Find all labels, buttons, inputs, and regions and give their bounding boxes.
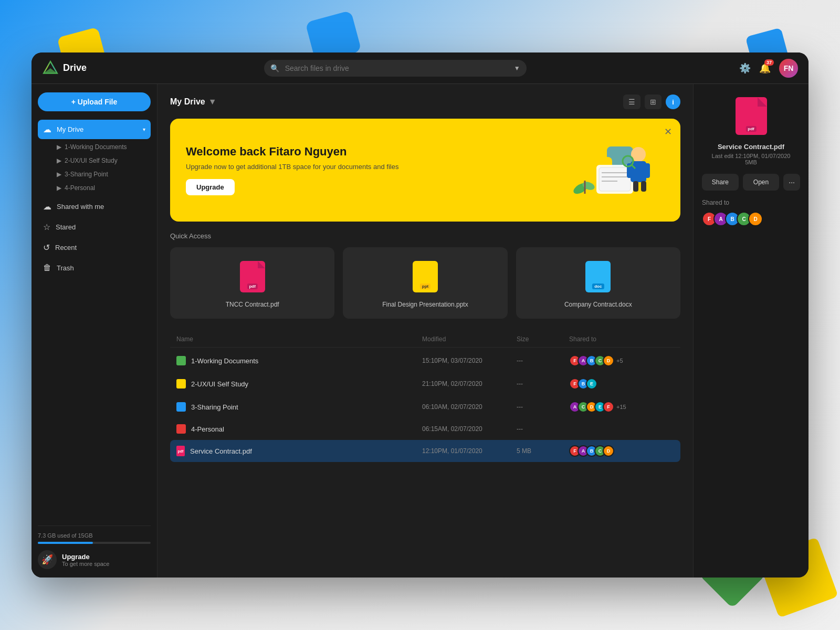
- file-name-3: 4-Personal: [191, 425, 224, 433]
- banner-close-button[interactable]: ✕: [664, 126, 672, 138]
- sidebar-item-my-drive[interactable]: ☁ My Drive ▾: [38, 120, 151, 139]
- search-bar[interactable]: 🔍 ▼: [264, 60, 527, 77]
- welcome-banner: Welcome back Fitaro Nguyen Upgrade now t…: [170, 119, 680, 222]
- sub-item-arrow-1: ▶: [57, 143, 61, 151]
- trash-icon: 🗑: [43, 263, 51, 272]
- banner-subtitle: Upgrade now to get additional 1TB space …: [186, 163, 560, 171]
- sidebar-sub-sharing-point[interactable]: ▶ 3-Sharing Point: [52, 167, 151, 181]
- recent-label: Recent: [55, 244, 77, 251]
- file-name-1: 2-UX/UI Self Study: [191, 380, 248, 388]
- breadcrumb-label: My Drive: [170, 97, 205, 107]
- storage-fill: [38, 542, 93, 544]
- recent-icon: ↺: [43, 243, 50, 253]
- upgrade-title: Upgrade: [62, 553, 110, 561]
- sidebar-sub-working-docs[interactable]: ▶ 1-Working Documents: [52, 140, 151, 154]
- quick-access-label-1: Final Design Presentation.pptx: [353, 301, 497, 308]
- stared-label: Stared: [56, 223, 76, 231]
- star-icon: ☆: [43, 222, 50, 232]
- quick-access-card-2[interactable]: doc Company Contract.docx: [516, 247, 680, 319]
- sidebar-footer: 7.3 GB used of 15GB 🚀 Upgrade To get mor…: [38, 526, 151, 569]
- sub-item-arrow-4: ▶: [57, 184, 61, 192]
- folder-icon-2: [176, 402, 186, 412]
- file-modified-0: 15:10PM, 03/07/2020: [422, 357, 517, 364]
- trash-label: Trash: [57, 264, 74, 272]
- table-row[interactable]: 3-Sharing Point 06:10AM, 02/07/2020 --- …: [170, 396, 680, 418]
- search-input[interactable]: [264, 60, 527, 77]
- drive-logo-icon: [42, 60, 59, 77]
- share-button[interactable]: Share: [702, 174, 739, 191]
- breadcrumb-arrow[interactable]: ▼: [208, 97, 217, 107]
- avatar-sm: F: [603, 401, 614, 413]
- title-bar-right: ⚙️ 🔔 37 FN: [739, 59, 798, 78]
- preview-icon: pdf: [733, 94, 770, 138]
- sidebar-item-stared[interactable]: ☆ Stared: [38, 217, 151, 237]
- file-name-cell: 1-Working Documents: [176, 356, 422, 365]
- breadcrumb: My Drive ▼: [170, 97, 217, 107]
- content-header: My Drive ▼ ☰ ⊞ i: [170, 94, 680, 109]
- svg-rect-16: [641, 181, 646, 192]
- svg-rect-14: [643, 163, 650, 178]
- sub-item-label-4: 4-Personal: [65, 184, 95, 192]
- sidebar-item-trash[interactable]: 🗑 Trash: [38, 258, 151, 277]
- main-layout: + Upload File ☁ My Drive ▾ ▶ 1-Working D…: [32, 84, 808, 578]
- avatar-sm: E: [586, 378, 597, 390]
- svg-rect-15: [633, 181, 638, 192]
- shared-with-me-label: Shared with me: [57, 203, 104, 211]
- shared-avatars-0: F A B C D +5: [569, 355, 674, 366]
- sub-item-label-3: 3-Sharing Point: [65, 171, 108, 178]
- file-table: Name Modified Size Shared to 1-Working D…: [170, 331, 680, 462]
- sidebar-item-shared-with-me[interactable]: ☁ Shared with me: [38, 197, 151, 216]
- grid-view-button[interactable]: ⊞: [645, 94, 662, 109]
- table-row-selected[interactable]: pdf Service Contract.pdf 12:10PM, 01/07/…: [170, 440, 680, 462]
- notifications-button[interactable]: 🔔 37: [759, 62, 771, 74]
- more-options-button[interactable]: ···: [783, 174, 800, 191]
- quick-access-card-0[interactable]: pdf TNCC Contract.pdf: [170, 247, 334, 319]
- file-size-1: ---: [517, 380, 569, 387]
- quick-access-label-0: TNCC Contract.pdf: [181, 301, 324, 308]
- col-size: Size: [517, 335, 569, 343]
- sidebar-sub-ux-study[interactable]: ▶ 2-UX/UI Self Study: [52, 154, 151, 167]
- upload-button[interactable]: + Upload File: [38, 92, 151, 111]
- file-name-cell: 4-Personal: [176, 424, 422, 434]
- pdf-row-icon: pdf: [176, 446, 185, 456]
- quick-access-title: Quick Access: [170, 232, 680, 240]
- quick-access-card-1[interactable]: ppt Final Design Presentation.pptx: [343, 247, 507, 319]
- file-name-cell: 2-UX/UI Self Study: [176, 379, 422, 388]
- search-icon: 🔍: [270, 64, 279, 72]
- sidebar-sub-personal[interactable]: ▶ 4-Personal: [52, 181, 151, 195]
- search-dropdown-icon[interactable]: ▼: [514, 65, 520, 72]
- avatar-count-2: +15: [616, 404, 626, 410]
- preview-last-edit: Last edit 12:10PM, 01/07/2020: [702, 153, 800, 159]
- content-area: My Drive ▼ ☰ ⊞ i Welcome back Fitaro Ngu…: [158, 84, 693, 578]
- info-button[interactable]: i: [666, 94, 680, 109]
- table-row[interactable]: 1-Working Documents 15:10PM, 03/07/2020 …: [170, 350, 680, 372]
- open-button[interactable]: Open: [743, 174, 780, 191]
- user-avatar[interactable]: FN: [779, 59, 798, 78]
- shared-icon: ☁: [43, 202, 51, 212]
- ppt-file-icon: ppt: [410, 258, 441, 296]
- upgrade-icon: 🚀: [38, 550, 57, 569]
- sub-item-label-1: 1-Working Documents: [65, 143, 127, 151]
- shared-avatar-panel: D: [748, 212, 763, 226]
- table-row[interactable]: 4-Personal 06:15AM, 02/07/2020 ---: [170, 419, 680, 439]
- sidebar-nav: ☁ My Drive ▾ ▶ 1-Working Documents ▶ 2-U…: [38, 120, 151, 526]
- list-view-button[interactable]: ☰: [623, 94, 640, 109]
- sidebar-item-recent[interactable]: ↺ Recent: [38, 238, 151, 257]
- my-drive-expand-icon: ▾: [143, 127, 145, 132]
- upgrade-area: 🚀 Upgrade To get more space: [38, 550, 151, 569]
- shared-to-label: Shared to: [702, 199, 800, 206]
- upgrade-info: Upgrade To get more space: [62, 553, 110, 567]
- shared-avatars-panel: F A B C D: [702, 212, 800, 226]
- upgrade-banner-button[interactable]: Upgrade: [186, 179, 235, 195]
- folder-icon-1: [176, 379, 186, 388]
- shared-avatars-4: F A B C D: [569, 445, 674, 457]
- file-name-0: 1-Working Documents: [191, 357, 258, 365]
- shared-avatars-2: A C D E F +15: [569, 401, 674, 413]
- settings-button[interactable]: ⚙️: [739, 62, 751, 74]
- file-modified-4: 12:10PM, 01/07/2020: [422, 447, 517, 455]
- table-header: Name Modified Size Shared to: [170, 331, 680, 348]
- table-row[interactable]: 2-UX/UI Self Study 21:10PM, 02/07/2020 -…: [170, 373, 680, 395]
- file-modified-2: 06:10AM, 02/07/2020: [422, 403, 517, 411]
- sidebar-sub-items: ▶ 1-Working Documents ▶ 2-UX/UI Self Stu…: [52, 140, 151, 195]
- title-bar: Drive 🔍 ▼ ⚙️ 🔔 37 FN: [32, 52, 808, 84]
